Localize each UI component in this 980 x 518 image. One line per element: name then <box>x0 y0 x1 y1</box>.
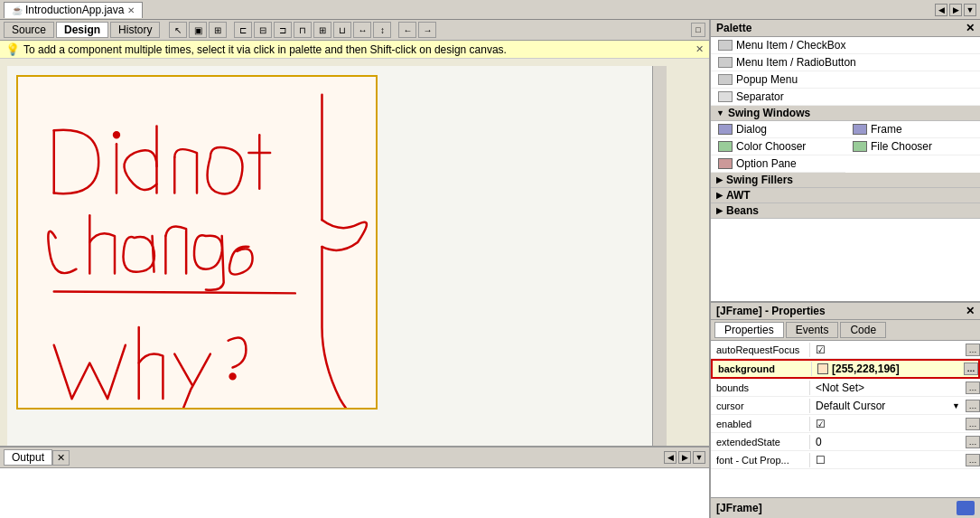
palette-item-label: Frame <box>871 123 902 136</box>
color-chooser-icon <box>718 141 733 152</box>
menu-radio-icon <box>718 57 733 68</box>
section-arrow-icon: ▶ <box>716 175 723 184</box>
checkbox-icon: ☑ <box>816 344 826 356</box>
redo-button[interactable]: → <box>418 22 436 38</box>
bounds-value: <Not Set> <box>816 381 864 394</box>
info-text: To add a component multiple times, selec… <box>23 43 507 56</box>
prop-edit-button[interactable]: … <box>966 436 980 448</box>
align-left-button[interactable]: ⊏ <box>234 22 252 38</box>
tab-close-btn[interactable]: ✕ <box>52 450 70 466</box>
bottom-next-button[interactable]: ▶ <box>678 451 691 464</box>
tab-code[interactable]: Code <box>840 322 886 338</box>
align-center-button[interactable]: ⊟ <box>254 22 272 38</box>
option-pane-icon <box>718 158 733 169</box>
background-value: [255,228,196] <box>832 363 900 375</box>
palette-header: Palette ✕ <box>711 20 980 37</box>
canvas-scrollbar[interactable] <box>652 66 667 446</box>
properties-close-button[interactable]: ✕ <box>966 305 975 317</box>
prop-val: [255,228,196] <box>812 361 964 377</box>
section-label: AWT <box>726 189 751 202</box>
section-arrow-icon: ▼ <box>716 108 724 118</box>
palette-list: Menu Item / CheckBox Menu Item / RadioBu… <box>711 37 980 301</box>
separator-icon <box>718 91 733 102</box>
next-tab-button[interactable]: ▶ <box>949 4 962 16</box>
prev-tab-button[interactable]: ◀ <box>935 4 947 16</box>
align-top-button[interactable]: ⊓ <box>294 22 312 38</box>
bottom-panel: Output ✕ ◀ ▶ ▼ <box>0 446 709 518</box>
prop-row-cursor: cursor Default Cursor ▼ … <box>711 397 980 415</box>
cursor-dropdown-icon[interactable]: ▼ <box>952 401 960 410</box>
cursor-value: Default Cursor <box>816 400 885 412</box>
palette-item-dialog[interactable]: Dialog <box>711 121 845 138</box>
move-tool-button[interactable]: ⊞ <box>209 22 227 38</box>
prop-edit-button[interactable]: … <box>966 454 980 466</box>
align-right-button[interactable]: ⊐ <box>274 22 292 38</box>
section-label: Swing Fillers <box>726 174 793 186</box>
tab-history[interactable]: History <box>110 22 160 38</box>
bottom-prev-button[interactable]: ◀ <box>664 451 677 464</box>
section-beans[interactable]: ▶ Beans <box>711 203 980 219</box>
design-canvas[interactable] <box>0 59 709 446</box>
palette-item-frame[interactable]: Frame <box>845 121 980 138</box>
tab-menu-button[interactable]: ▼ <box>964 4 976 16</box>
section-swing-windows[interactable]: ▼ Swing Windows <box>711 106 980 121</box>
prop-key: enabled <box>711 417 810 431</box>
menu-checkbox-icon <box>718 40 733 51</box>
tab-events[interactable]: Events <box>786 322 839 338</box>
info-close-button[interactable]: ✕ <box>695 43 704 55</box>
properties-footer: [JFrame] <box>711 497 980 518</box>
editor-tabs-bar: Source Design History ↖ ▣ ⊞ ⊏ ⊟ ⊐ ⊓ ⊞ ⊔ … <box>0 20 709 41</box>
prop-key: bounds <box>711 381 810 395</box>
align-bottom-button[interactable]: ⊔ <box>333 22 351 38</box>
prop-key: autoRequestFocus <box>711 343 810 357</box>
tab-properties[interactable]: Properties <box>714 322 784 338</box>
toolbar-expand-button[interactable]: □ <box>691 23 705 37</box>
prop-val: ☐ <box>810 452 966 468</box>
prop-edit-button[interactable]: … <box>966 418 980 430</box>
prop-edit-button[interactable]: … <box>966 344 980 356</box>
palette-item-label: Popup Menu <box>736 73 798 86</box>
palette-close-button[interactable]: ✕ <box>966 22 975 34</box>
palette-item-popup-menu[interactable]: Popup Menu <box>711 71 980 89</box>
palette-item-color-chooser[interactable]: Color Chooser <box>711 138 845 155</box>
bottom-menu-button[interactable]: ▼ <box>693 451 705 464</box>
undo-button[interactable]: ← <box>398 22 416 38</box>
palette-item-menu-checkbox[interactable]: Menu Item / CheckBox <box>711 37 980 54</box>
jframe-canvas[interactable] <box>16 75 378 410</box>
prop-key: background <box>713 362 812 376</box>
palette-title: Palette <box>716 22 751 34</box>
file-icon: ☕ <box>12 5 23 15</box>
tab-output[interactable]: Output <box>4 449 52 466</box>
output-content <box>0 468 709 518</box>
palette-item-label: Color Chooser <box>736 140 806 153</box>
palette-panel: Palette ✕ Menu Item / CheckBox Menu Item… <box>709 20 980 518</box>
dialog-icon <box>718 124 733 135</box>
section-awt[interactable]: ▶ AWT <box>711 188 980 203</box>
properties-title: [JFrame] - Properties <box>716 305 826 317</box>
cursor-tool-button[interactable]: ↖ <box>169 22 187 38</box>
palette-item-label: File Chooser <box>871 140 932 153</box>
align-middle-button[interactable]: ⊞ <box>313 22 331 38</box>
tab-design[interactable]: Design <box>56 22 108 38</box>
prop-val: 0 <box>810 434 966 450</box>
palette-item-option-pane[interactable]: Option Pane <box>711 155 845 173</box>
file-tab-label: IntroductionApp.java <box>25 4 124 16</box>
tab-nav-arrows: ◀ ▶ ▼ <box>935 4 976 16</box>
prop-edit-button[interactable]: … <box>966 381 980 394</box>
space-v-button[interactable]: ↕ <box>373 22 391 38</box>
tab-close-button[interactable]: ✕ <box>127 5 135 15</box>
prop-edit-button[interactable]: … <box>964 363 978 375</box>
prop-row-extendedstate: extendedState 0 … <box>711 433 980 451</box>
tab-source[interactable]: Source <box>4 22 54 38</box>
prop-edit-button[interactable]: … <box>966 400 980 412</box>
prop-row-bounds: bounds <Not Set> … <box>711 379 980 397</box>
palette-item-file-chooser[interactable]: File Chooser <box>845 138 980 155</box>
properties-header: [JFrame] - Properties ✕ <box>711 303 980 320</box>
space-h-button[interactable]: ↔ <box>353 22 371 38</box>
file-tab[interactable]: ☕ IntroductionApp.java ✕ <box>4 2 143 18</box>
palette-item-menu-radio[interactable]: Menu Item / RadioButton <box>711 54 980 71</box>
select-tool-button[interactable]: ▣ <box>189 22 207 38</box>
section-swing-fillers[interactable]: ▶ Swing Fillers <box>711 173 980 188</box>
file-chooser-icon <box>853 141 867 152</box>
palette-item-separator[interactable]: Separator <box>711 89 980 106</box>
